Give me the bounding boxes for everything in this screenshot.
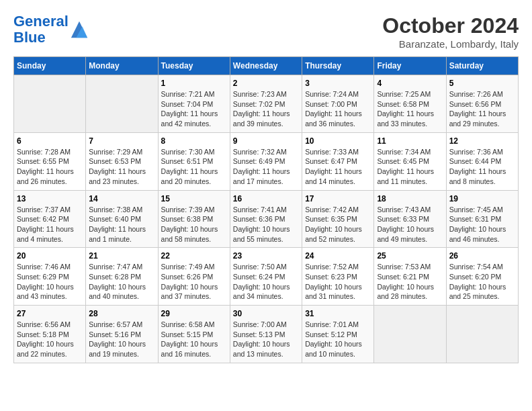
sunrise-text: Sunrise: 7:21 AM bbox=[161, 90, 215, 98]
sunrise-text: Sunrise: 7:52 AM bbox=[305, 263, 359, 271]
sunrise-text: Sunrise: 7:45 AM bbox=[449, 205, 503, 214]
calendar-cell: 13 Sunrise: 7:37 AM Sunset: 6:42 PM Dayl… bbox=[14, 190, 86, 248]
day-info: Sunrise: 7:42 AM Sunset: 6:35 PM Dayligh… bbox=[305, 205, 371, 244]
sunrise-text: Sunrise: 7:23 AM bbox=[233, 90, 287, 98]
calendar-cell: 12 Sunrise: 7:36 AM Sunset: 6:44 PM Dayl… bbox=[446, 132, 518, 190]
sunrise-text: Sunrise: 7:46 AM bbox=[17, 263, 71, 271]
sunrise-text: Sunrise: 7:36 AM bbox=[449, 148, 503, 156]
daylight-text: Daylight: 10 hours and 16 minutes. bbox=[161, 340, 218, 358]
calendar-cell bbox=[86, 75, 158, 133]
calendar-cell: 18 Sunrise: 7:43 AM Sunset: 6:33 PM Dayl… bbox=[374, 190, 446, 248]
day-number: 20 bbox=[17, 251, 83, 261]
sunrise-text: Sunrise: 7:26 AM bbox=[449, 90, 503, 98]
day-number: 29 bbox=[161, 309, 227, 318]
day-info: Sunrise: 7:29 AM Sunset: 6:53 PM Dayligh… bbox=[89, 147, 154, 187]
calendar-cell: 31 Sunrise: 7:01 AM Sunset: 5:12 PM Dayl… bbox=[302, 306, 374, 363]
sunset-text: Sunset: 5:12 PM bbox=[305, 330, 357, 338]
daylight-text: Daylight: 11 hours and 42 minutes. bbox=[161, 109, 218, 128]
sunset-text: Sunset: 6:33 PM bbox=[377, 215, 429, 223]
title-block: October 2024 Baranzate, Lombardy, Italy bbox=[382, 13, 519, 50]
sunset-text: Sunset: 6:24 PM bbox=[233, 273, 285, 281]
sunset-text: Sunset: 6:58 PM bbox=[377, 100, 429, 108]
daylight-text: Daylight: 10 hours and 10 minutes. bbox=[305, 340, 362, 358]
day-info: Sunrise: 7:37 AM Sunset: 6:42 PM Dayligh… bbox=[17, 205, 83, 244]
day-info: Sunrise: 7:45 AM Sunset: 6:31 PM Dayligh… bbox=[449, 205, 515, 244]
sunset-text: Sunset: 5:15 PM bbox=[161, 330, 214, 338]
calendar-cell bbox=[374, 306, 446, 363]
sunrise-text: Sunrise: 7:33 AM bbox=[305, 148, 359, 156]
calendar-cell: 17 Sunrise: 7:42 AM Sunset: 6:35 PM Dayl… bbox=[302, 190, 374, 248]
day-info: Sunrise: 7:47 AM Sunset: 6:28 PM Dayligh… bbox=[89, 262, 154, 302]
daylight-text: Daylight: 10 hours and 28 minutes. bbox=[377, 283, 434, 301]
sunrise-text: Sunrise: 7:47 AM bbox=[89, 263, 142, 271]
day-info: Sunrise: 7:34 AM Sunset: 6:45 PM Dayligh… bbox=[377, 147, 443, 187]
daylight-text: Daylight: 10 hours and 25 minutes. bbox=[449, 283, 506, 301]
day-info: Sunrise: 7:00 AM Sunset: 5:13 PM Dayligh… bbox=[233, 320, 299, 359]
day-number: 3 bbox=[305, 79, 371, 88]
daylight-text: Daylight: 10 hours and 31 minutes. bbox=[305, 283, 362, 301]
daylight-text: Daylight: 11 hours and 11 minutes. bbox=[377, 167, 434, 185]
sunset-text: Sunset: 6:35 PM bbox=[305, 215, 357, 223]
sunset-text: Sunset: 6:28 PM bbox=[89, 273, 141, 281]
calendar-cell: 22 Sunrise: 7:49 AM Sunset: 6:26 PM Dayl… bbox=[158, 248, 230, 306]
day-info: Sunrise: 6:56 AM Sunset: 5:18 PM Dayligh… bbox=[17, 320, 83, 359]
day-info: Sunrise: 7:24 AM Sunset: 7:00 PM Dayligh… bbox=[305, 89, 371, 129]
sunset-text: Sunset: 6:55 PM bbox=[17, 157, 69, 165]
day-info: Sunrise: 7:46 AM Sunset: 6:29 PM Dayligh… bbox=[17, 262, 83, 302]
day-number: 19 bbox=[449, 194, 515, 203]
calendar-cell: 25 Sunrise: 7:53 AM Sunset: 6:21 PM Dayl… bbox=[374, 248, 446, 306]
sunrise-text: Sunrise: 7:00 AM bbox=[233, 320, 287, 328]
sunset-text: Sunset: 6:53 PM bbox=[89, 157, 141, 165]
weekday-header-saturday: Saturday bbox=[446, 57, 518, 75]
daylight-text: Daylight: 11 hours and 8 minutes. bbox=[449, 167, 506, 185]
calendar-cell: 4 Sunrise: 7:25 AM Sunset: 6:58 PM Dayli… bbox=[374, 75, 446, 133]
sunrise-text: Sunrise: 7:24 AM bbox=[305, 90, 359, 98]
day-info: Sunrise: 7:23 AM Sunset: 7:02 PM Dayligh… bbox=[233, 89, 299, 129]
sunrise-text: Sunrise: 7:54 AM bbox=[449, 263, 503, 271]
day-info: Sunrise: 7:49 AM Sunset: 6:26 PM Dayligh… bbox=[161, 262, 227, 302]
day-number: 4 bbox=[377, 79, 443, 88]
daylight-text: Daylight: 11 hours and 17 minutes. bbox=[233, 167, 290, 185]
calendar-cell: 10 Sunrise: 7:33 AM Sunset: 6:47 PM Dayl… bbox=[302, 132, 374, 190]
calendar-table: SundayMondayTuesdayWednesdayThursdayFrid… bbox=[13, 56, 519, 363]
daylight-text: Daylight: 11 hours and 26 minutes. bbox=[17, 167, 74, 185]
day-info: Sunrise: 7:43 AM Sunset: 6:33 PM Dayligh… bbox=[377, 205, 443, 244]
calendar-cell: 9 Sunrise: 7:32 AM Sunset: 6:49 PM Dayli… bbox=[230, 132, 302, 190]
logo-general: General bbox=[13, 13, 69, 30]
sunrise-text: Sunrise: 7:30 AM bbox=[161, 148, 215, 156]
calendar-cell: 23 Sunrise: 7:50 AM Sunset: 6:24 PM Dayl… bbox=[230, 248, 302, 306]
calendar-cell: 8 Sunrise: 7:30 AM Sunset: 6:51 PM Dayli… bbox=[158, 132, 230, 190]
day-number: 13 bbox=[17, 194, 83, 203]
sunset-text: Sunset: 7:00 PM bbox=[305, 100, 357, 108]
sunset-text: Sunset: 5:16 PM bbox=[89, 330, 141, 338]
weekday-header-sunday: Sunday bbox=[14, 57, 86, 75]
sunrise-text: Sunrise: 7:28 AM bbox=[17, 148, 71, 156]
sunrise-text: Sunrise: 6:56 AM bbox=[17, 320, 71, 328]
daylight-text: Daylight: 11 hours and 1 minute. bbox=[89, 225, 146, 243]
calendar-cell: 14 Sunrise: 7:38 AM Sunset: 6:40 PM Dayl… bbox=[86, 190, 158, 248]
calendar-header-row: SundayMondayTuesdayWednesdayThursdayFrid… bbox=[14, 57, 519, 75]
day-number: 22 bbox=[161, 251, 227, 261]
day-number: 12 bbox=[449, 136, 515, 146]
day-info: Sunrise: 7:41 AM Sunset: 6:36 PM Dayligh… bbox=[233, 205, 299, 244]
logo-blue: Blue bbox=[13, 29, 46, 46]
day-info: Sunrise: 7:52 AM Sunset: 6:23 PM Dayligh… bbox=[305, 262, 371, 302]
day-info: Sunrise: 7:01 AM Sunset: 5:12 PM Dayligh… bbox=[305, 320, 371, 359]
daylight-text: Daylight: 10 hours and 37 minutes. bbox=[161, 283, 218, 301]
sunrise-text: Sunrise: 7:39 AM bbox=[161, 205, 215, 214]
daylight-text: Daylight: 11 hours and 39 minutes. bbox=[233, 109, 290, 128]
sunset-text: Sunset: 6:51 PM bbox=[161, 157, 214, 165]
sunset-text: Sunset: 7:04 PM bbox=[161, 100, 214, 108]
sunrise-text: Sunrise: 7:37 AM bbox=[17, 205, 71, 214]
calendar-cell: 28 Sunrise: 6:57 AM Sunset: 5:16 PM Dayl… bbox=[86, 306, 158, 363]
daylight-text: Daylight: 11 hours and 29 minutes. bbox=[449, 109, 506, 128]
day-info: Sunrise: 7:30 AM Sunset: 6:51 PM Dayligh… bbox=[161, 147, 227, 187]
day-number: 17 bbox=[305, 194, 371, 203]
sunrise-text: Sunrise: 6:58 AM bbox=[161, 320, 215, 328]
sunrise-text: Sunrise: 7:34 AM bbox=[377, 148, 431, 156]
sunset-text: Sunset: 6:49 PM bbox=[233, 157, 285, 165]
sunset-text: Sunset: 6:38 PM bbox=[161, 215, 214, 223]
weekday-header-thursday: Thursday bbox=[302, 57, 374, 75]
calendar-cell: 19 Sunrise: 7:45 AM Sunset: 6:31 PM Dayl… bbox=[446, 190, 518, 248]
sunset-text: Sunset: 6:44 PM bbox=[449, 157, 502, 165]
